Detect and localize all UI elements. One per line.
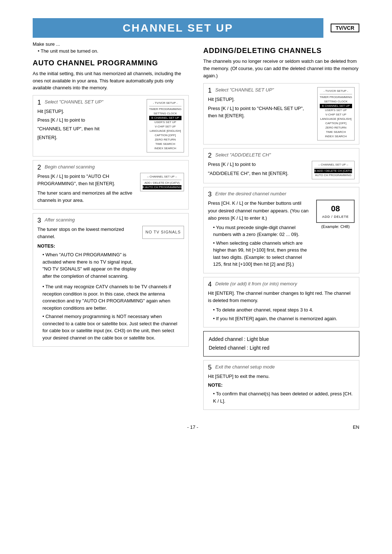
auto-channel-intro: As the initial setting, this unit has me… [33,70,189,91]
right-step2-text: Press [K / L] to point to "ADD/DELETE CH… [208,161,309,178]
right-step1-text: 1 Select "CHANNEL SET UP" Hit [SETUP]. P… [208,87,314,121]
right-step4-label: Delete (or add) it from (or into) memory [215,281,297,286]
right-step1-number: 1 [208,87,213,94]
left-step2-menu: – CHANNEL SET UP – ADD / DELETE CH (CATV… [140,173,184,191]
right-step3-text: Press [CH. K / L] or the Number buttons … [208,200,310,269]
left-step3-content: The tuner stops on the lowest memorized … [37,226,184,341]
right-column: ADDING/DELETING CHANNELS The channels yo… [203,41,359,414]
right-step4-number: 4 [208,281,213,288]
right-step4-box: 4 Delete (or add) it from (or into) memo… [203,277,359,327]
left-step1-menu: - TV/VCR SETUP - TIMER PROGRAMMING SETTI… [147,99,184,152]
step2-number: 2 [37,164,42,171]
step1-label: Select "CHANNEL SET UP" [45,99,103,105]
left-step3-display: NO TV SIGNALS [142,226,184,239]
right-step3-box: 3 Enter the desired channel number Press… [203,187,359,273]
summary-line2: Deleted channel : Light red [209,344,354,353]
right-step3-number: 3 [208,191,213,197]
page-lang: EN [353,424,359,430]
adding-deleting-intro: The channels you no longer receive or se… [203,58,359,80]
right-step4-content: Hit [ENTER]. The channel number changes … [208,290,355,322]
step1-number: 1 [37,99,42,106]
right-step1-menu: - TV/VCR SETUP - TIMER PROGRAMMING SETTI… [317,87,355,140]
right-step5-content: Hit [SETUP] to exit the menu. NOTE: To c… [208,373,355,404]
right-step1-label: Select "CHANNEL SET UP" [215,87,274,93]
adding-deleting-title: ADDING/DELETING CHANNELS [203,46,359,55]
right-step3-label: Enter the desired channel number [215,191,286,196]
step3-number: 3 [37,217,42,224]
make-sure-text: Make sure ... [33,41,189,47]
page-number: - 17 - [187,424,198,430]
step1-content: Hit [SETUP]. Press [K / L] to point to "… [37,108,144,142]
right-step5-number: 5 [208,364,213,371]
step2-label: Begin channel scanning [45,164,95,170]
left-column: Make sure ... The unit must be turned on… [33,41,189,414]
make-sure-bullet: The unit must be turned on. [38,48,189,54]
summary-box: Added channel : Light blue Deleted chann… [203,331,359,357]
right-step3-display: 08 ADD / DELETE [316,200,355,223]
right-step5-box: 5 Exit the channel setup mode Hit [SETUP… [203,360,359,410]
page-title: CHANNEL SET UP [33,18,323,38]
summary-line1: Added channel : Light blue [209,335,354,344]
tvvcr-badge: TV/VCR [331,24,359,32]
right-step2-menu: – CHANNEL SET UP – B ADD / DELETE CH (CA… [312,161,355,179]
right-step2-label: Select "ADD/DELETE CH" [215,152,271,158]
left-step3-box: 3 After scanning The tuner stops on the … [33,213,189,347]
auto-channel-title: AUTO CHANNEL PROGRAMMING [33,59,189,67]
right-step5-label: Exit the channel setup mode [215,364,275,370]
left-step2-text: Press [K / L] to point to "AUTO CH PROGR… [37,173,137,206]
left-step2-box: 2 Begin channel scanning Press [K / L] t… [33,160,189,210]
step3-label: After scanning [45,217,75,223]
right-step2-box: 2 Select "ADD/DELETE CH" Press [K / L] t… [203,148,359,183]
left-step1-box: 1 Select "CHANNEL SET UP" Hit [SETUP]. P… [33,95,189,156]
right-step1-box: 1 Select "CHANNEL SET UP" Hit [SETUP]. P… [203,83,359,144]
right-step2-number: 2 [208,152,213,159]
example-label: (Example: CH8) [321,224,350,229]
left-step1-text: 1 Select "CHANNEL SET UP" Hit [SETUP]. P… [37,99,144,143]
